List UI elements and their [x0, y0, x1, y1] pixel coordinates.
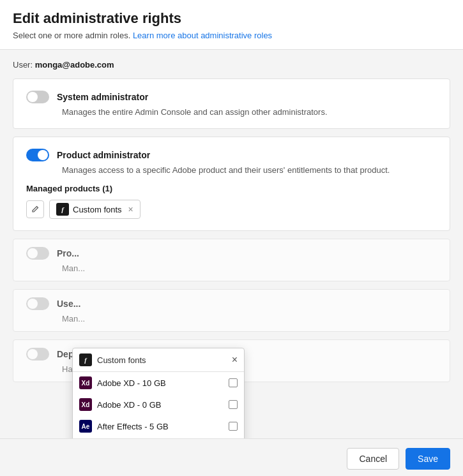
dropdown-header-text: Custom fonts: [97, 355, 146, 365]
header: Edit administrative rights Select one or…: [0, 0, 463, 50]
pro-admin-toggle[interactable]: [26, 247, 49, 260]
managed-products-label: Managed products (1): [26, 184, 437, 193]
save-button[interactable]: Save: [406, 448, 450, 470]
system-admin-card: System administrator Manages the entire …: [13, 78, 450, 129]
user-admin-desc: Man...: [62, 314, 437, 324]
user-email: monga@adobe.com: [35, 60, 114, 70]
dep-admin-toggle[interactable]: [26, 348, 49, 361]
item-checkbox[interactable]: [229, 378, 238, 387]
user-admin-card: Use... Man...: [13, 289, 450, 332]
product-admin-desc: Manages access to a specific Adobe produ…: [62, 165, 437, 175]
item-checkbox[interactable]: [229, 400, 238, 409]
product-admin-toggle[interactable]: [26, 149, 49, 161]
edit-products-button[interactable]: [26, 200, 44, 218]
system-admin-title: System administrator: [57, 92, 148, 102]
dropdown-item[interactable]: XdAdobe XD - 10 GB: [73, 372, 244, 394]
item-icon: Xd: [79, 398, 92, 411]
pro-admin-desc: Man...: [62, 264, 437, 273]
page-title: Edit administrative rights: [13, 10, 450, 27]
item-label: Adobe XD - 0 GB: [97, 400, 224, 410]
system-admin-toggle[interactable]: [26, 91, 49, 103]
user-label: User: monga@adobe.com: [13, 60, 450, 70]
dropdown-header: f Custom fonts ×: [73, 348, 244, 372]
pro-admin-title: Pro...: [57, 248, 79, 258]
custom-fonts-chip: f Custom fonts ×: [49, 200, 140, 219]
item-label: After Effects - 5 GB: [97, 422, 224, 431]
item-icon: Xd: [79, 376, 92, 389]
dropdown-item[interactable]: ★All Apps - 5 GB: [73, 437, 244, 438]
main-content: User: monga@adobe.com System administrat…: [0, 50, 463, 438]
dropdown-list[interactable]: XdAdobe XD - 10 GBXdAdobe XD - 0 GBAeAft…: [73, 372, 244, 438]
product-chip-row: f Custom fonts ×: [26, 200, 437, 219]
item-label: Adobe XD - 10 GB: [97, 378, 224, 388]
product-admin-card: Product administrator Manages access to …: [13, 137, 450, 231]
user-admin-toggle[interactable]: [26, 297, 49, 310]
dropdown-item[interactable]: XdAdobe XD - 0 GB: [73, 394, 244, 415]
header-subtitle: Select one or more admin roles. Learn mo…: [13, 31, 450, 40]
product-admin-title: Product administrator: [57, 150, 150, 160]
item-icon: Ae: [79, 420, 92, 433]
user-admin-title: Use...: [57, 299, 80, 309]
chip-label: Custom fonts: [73, 205, 122, 214]
cancel-button[interactable]: Cancel: [347, 448, 399, 470]
dropdown-header-left: f Custom fonts: [79, 353, 146, 366]
item-checkbox[interactable]: [229, 422, 238, 431]
footer: Cancel Save: [0, 438, 463, 476]
dropdown-item[interactable]: AeAfter Effects - 5 GB: [73, 415, 244, 437]
dropdown-close-button[interactable]: ×: [232, 355, 238, 365]
chip-close-button[interactable]: ×: [128, 205, 133, 214]
chip-icon: f: [56, 203, 69, 216]
system-admin-desc: Manages the entire Admin Console and can…: [62, 107, 437, 117]
pro-admin-card: Pro... Man...: [13, 239, 450, 281]
managed-products-section: Managed products (1) f Custom fonts ×: [26, 184, 437, 219]
learn-more-link[interactable]: Learn more about administrative roles: [133, 31, 272, 40]
product-dropdown: f Custom fonts × XdAdobe XD - 10 GBXdAdo…: [72, 348, 245, 438]
pencil-icon: [31, 205, 39, 213]
page-wrapper: Edit administrative rights Select one or…: [0, 0, 463, 476]
dropdown-header-icon: f: [79, 353, 92, 366]
